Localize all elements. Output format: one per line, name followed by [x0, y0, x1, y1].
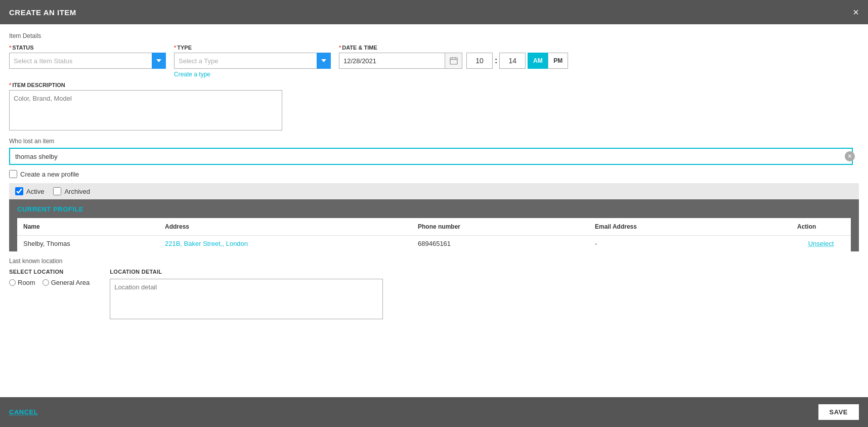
location-detail-textarea[interactable] — [110, 279, 383, 319]
ampm-group: AM PM — [528, 53, 568, 69]
type-select[interactable]: Select a Type — [174, 53, 331, 69]
location-detail-group: LOCATION DETAIL — [110, 269, 383, 319]
last-known-label: Last known location — [9, 258, 859, 265]
description-textarea[interactable] — [9, 90, 282, 131]
hour-input[interactable] — [466, 53, 493, 69]
profile-table: Name Address Phone number Email Address … — [17, 218, 851, 251]
date-input[interactable] — [339, 53, 445, 69]
description-label: *ITEM DESCRIPTION — [9, 82, 859, 88]
unselect-button[interactable]: Unselect — [797, 240, 845, 247]
calendar-button[interactable] — [445, 53, 462, 69]
type-field-group: *TYPE Select a Type Create a type — [174, 45, 331, 78]
general-area-radio[interactable] — [42, 279, 49, 286]
col-address: Address — [165, 223, 418, 230]
row-email: - — [595, 240, 797, 247]
time-separator: : — [495, 56, 497, 65]
search-input[interactable] — [9, 148, 853, 165]
create-item-modal: CREATE AN ITEM × Item Details *STATUS Se… — [0, 0, 868, 427]
room-radio[interactable] — [9, 279, 16, 286]
status-required-star: * — [9, 45, 11, 51]
datetime-field-group: *DATE & TIME — [339, 45, 568, 69]
type-label: *TYPE — [174, 45, 331, 51]
col-email: Email Address — [595, 223, 797, 230]
active-filter-group: Active — [15, 187, 44, 195]
active-checkbox[interactable] — [15, 187, 23, 195]
modal-header: CREATE AN ITEM × — [0, 0, 868, 24]
datetime-required-star: * — [339, 45, 341, 51]
col-phone: Phone number — [418, 223, 595, 230]
status-select-wrapper: Select a Item Status — [9, 53, 166, 69]
room-label: Room — [18, 279, 35, 286]
close-button[interactable]: × — [853, 7, 859, 17]
general-area-label: General Area — [51, 279, 90, 286]
location-detail-title: LOCATION DETAIL — [110, 269, 383, 275]
room-radio-label[interactable]: Room — [9, 279, 35, 286]
status-field-group: *STATUS Select a Item Status — [9, 45, 166, 69]
archived-label[interactable]: Archived — [64, 188, 90, 195]
search-wrapper: ✕ — [9, 148, 859, 165]
cancel-button[interactable]: CANCEL — [9, 408, 38, 416]
modal-footer: CANCEL SAVE — [0, 397, 868, 427]
current-profile-title: CURRENT PROFILE — [17, 205, 851, 218]
radio-group: Room General Area — [9, 279, 90, 286]
description-field-group: *ITEM DESCRIPTION — [9, 82, 859, 131]
table-row: Shelby, Thomas 221B, Baker Street,, Lond… — [17, 236, 851, 251]
select-location-title: SELECT LOCATION — [9, 269, 90, 275]
row-address-link[interactable]: 221B, Baker Street,, London — [165, 240, 248, 247]
status-label: *STATUS — [9, 45, 166, 51]
create-profile-checkbox[interactable] — [9, 170, 17, 178]
save-button[interactable]: SAVE — [818, 404, 859, 420]
minute-input[interactable] — [499, 53, 526, 69]
active-label[interactable]: Active — [26, 188, 44, 195]
col-name: Name — [23, 223, 165, 230]
create-profile-label[interactable]: Create a new profile — [20, 170, 79, 178]
type-required-star: * — [174, 45, 176, 51]
pm-button[interactable]: PM — [548, 53, 568, 69]
create-type-link[interactable]: Create a type — [174, 71, 331, 78]
modal-title: CREATE AN ITEM — [9, 8, 76, 17]
who-lost-label: Who lost an item — [9, 138, 859, 145]
select-location-group: SELECT LOCATION Room General Area — [9, 269, 90, 286]
profile-table-header: Name Address Phone number Email Address … — [17, 218, 851, 236]
col-action: Action — [797, 223, 845, 230]
item-details-label: Item Details — [9, 32, 859, 39]
filter-bar: Active Archived — [9, 183, 859, 199]
general-area-radio-label[interactable]: General Area — [42, 279, 90, 286]
calendar-icon — [450, 57, 458, 65]
type-select-wrapper: Select a Type — [174, 53, 331, 69]
svg-rect-0 — [450, 58, 457, 64]
row-phone: 689465161 — [418, 240, 595, 247]
desc-required-star: * — [9, 82, 11, 88]
archived-filter-group: Archived — [53, 187, 90, 195]
modal-body: Item Details *STATUS Select a Item Statu… — [0, 24, 868, 397]
current-profile-section: CURRENT PROFILE Name Address Phone numbe… — [9, 199, 859, 251]
search-clear-button[interactable]: ✕ — [845, 151, 855, 161]
row-name: Shelby, Thomas — [23, 240, 165, 247]
date-field — [339, 53, 462, 69]
status-type-datetime-row: *STATUS Select a Item Status *TYPE — [9, 45, 859, 78]
datetime-label: *DATE & TIME — [339, 45, 568, 51]
archived-checkbox[interactable] — [53, 187, 61, 195]
location-row: SELECT LOCATION Room General Area LOCATI… — [9, 269, 859, 319]
status-select[interactable]: Select a Item Status — [9, 53, 166, 69]
create-profile-row: Create a new profile — [9, 170, 859, 178]
time-group: : AM PM — [466, 53, 568, 69]
row-address: 221B, Baker Street,, London — [165, 240, 418, 247]
am-button[interactable]: AM — [528, 53, 548, 69]
